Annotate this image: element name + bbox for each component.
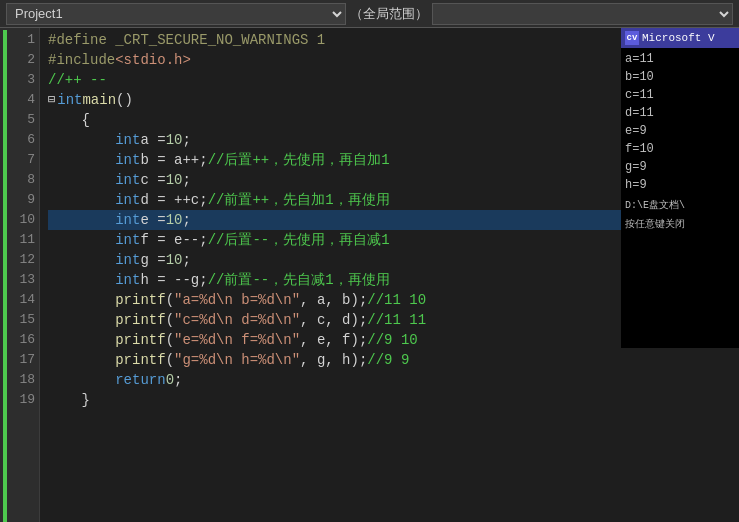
scope-select[interactable] — [432, 3, 733, 25]
token: 10 — [166, 210, 183, 230]
token: //后置++，先使用，再自加1 — [208, 150, 390, 170]
token: , c, d); — [300, 310, 367, 330]
token: ( — [166, 330, 174, 350]
green-bar — [3, 30, 7, 522]
console-line: f=10 — [625, 140, 735, 158]
code-line-19: } — [48, 390, 739, 410]
token: h = --g; — [140, 270, 207, 290]
token: int — [115, 150, 140, 170]
token: //++ -- — [48, 70, 107, 90]
console-icon: cv — [625, 31, 639, 45]
console-line: a=11 — [625, 50, 735, 68]
token — [48, 170, 115, 190]
token — [48, 310, 115, 330]
token: "c=%d\n d=%d\n" — [174, 310, 300, 330]
token: #define _CRT_SECURE_NO_WARNINGS 1 — [48, 30, 325, 50]
token: 10 — [166, 250, 183, 270]
token — [48, 230, 115, 250]
gutter — [0, 28, 10, 522]
token: ( — [166, 310, 174, 330]
token: int — [115, 190, 140, 210]
token: //后置--，先使用，再自减1 — [208, 230, 390, 250]
token: , a, b); — [300, 290, 367, 310]
token: "a=%d\n b=%d\n" — [174, 290, 300, 310]
console-line: d=11 — [625, 104, 735, 122]
token — [48, 330, 115, 350]
token: <stdio.h> — [115, 50, 191, 70]
token: printf — [115, 330, 165, 350]
line-numbers: 1 2 3 4 5 6 7 8 9 10 11 12 13 14 15 16 1… — [10, 28, 40, 522]
token: d = ++c; — [140, 190, 207, 210]
top-bar: Project1 （全局范围） — [0, 0, 739, 28]
top-bar-left: Project1 （全局范围） — [6, 3, 733, 25]
token — [48, 130, 115, 150]
token: "e=%d\n f=%d\n" — [174, 330, 300, 350]
token: //9 10 — [367, 330, 417, 350]
token: //9 9 — [367, 350, 409, 370]
token: int — [115, 270, 140, 290]
console-line: h=9 — [625, 176, 735, 194]
token: //前置++，先自加1，再使用 — [208, 190, 390, 210]
token: ; — [182, 210, 190, 230]
collapse-icon[interactable]: ⊟ — [48, 90, 55, 110]
token: { — [48, 110, 90, 130]
console-line: g=9 — [625, 158, 735, 176]
token: printf — [115, 290, 165, 310]
token: () — [116, 90, 133, 110]
console-title: Microsoft V — [642, 32, 715, 44]
token: f = e--; — [140, 230, 207, 250]
token: //11 10 — [367, 290, 426, 310]
console-icon-label: cv — [627, 33, 638, 43]
token: return — [115, 370, 165, 390]
token: printf — [115, 310, 165, 330]
console-content: a=11 b=10 c=11 d=11 e=9 f=10 g=9 h=9 D:\… — [621, 48, 739, 234]
token: int — [115, 130, 140, 150]
scope-label: （全局范围） — [350, 5, 428, 23]
token: 10 — [166, 130, 183, 150]
token: ; — [182, 170, 190, 190]
token: ; — [182, 130, 190, 150]
token — [48, 210, 115, 230]
token: main — [82, 90, 116, 110]
console-line: c=11 — [625, 86, 735, 104]
token: 10 — [166, 170, 183, 190]
code-line-18: return 0; — [48, 370, 739, 390]
token: //11 11 — [367, 310, 426, 330]
console-panel: cv Microsoft V a=11 b=10 c=11 d=11 e=9 f… — [621, 28, 739, 348]
token — [48, 270, 115, 290]
token: int — [115, 170, 140, 190]
token — [48, 250, 115, 270]
token: e = — [140, 210, 165, 230]
token: int — [115, 250, 140, 270]
console-prompt: 按任意键关闭 — [625, 217, 735, 232]
code-line-17: printf("g=%d\n h=%d\n", g, h);//9 9 — [48, 350, 739, 370]
project-select[interactable]: Project1 — [6, 3, 346, 25]
console-path: D:\E盘文档\ — [625, 198, 735, 213]
token: } — [48, 390, 90, 410]
token: #include — [48, 50, 115, 70]
app-root: Project1 （全局范围） 1 2 3 4 5 6 7 8 9 10 11 … — [0, 0, 739, 522]
token — [48, 150, 115, 170]
token: "g=%d\n h=%d\n" — [174, 350, 300, 370]
editor-area: 1 2 3 4 5 6 7 8 9 10 11 12 13 14 15 16 1… — [0, 28, 739, 522]
token — [48, 350, 115, 370]
token: 0 — [166, 370, 174, 390]
token: , e, f); — [300, 330, 367, 350]
token: int — [115, 230, 140, 250]
token: g = — [140, 250, 165, 270]
token: a = — [140, 130, 165, 150]
token: ( — [166, 350, 174, 370]
token: //前置--，先自减1，再使用 — [208, 270, 390, 290]
token: , g, h); — [300, 350, 367, 370]
token — [48, 190, 115, 210]
token: c = — [140, 170, 165, 190]
token — [48, 290, 115, 310]
token: ( — [166, 290, 174, 310]
token: int — [115, 210, 140, 230]
token: printf — [115, 350, 165, 370]
console-title-bar: cv Microsoft V — [621, 28, 739, 48]
token — [48, 370, 115, 390]
token: b = a++; — [140, 150, 207, 170]
console-line: e=9 — [625, 122, 735, 140]
token: int — [57, 90, 82, 110]
